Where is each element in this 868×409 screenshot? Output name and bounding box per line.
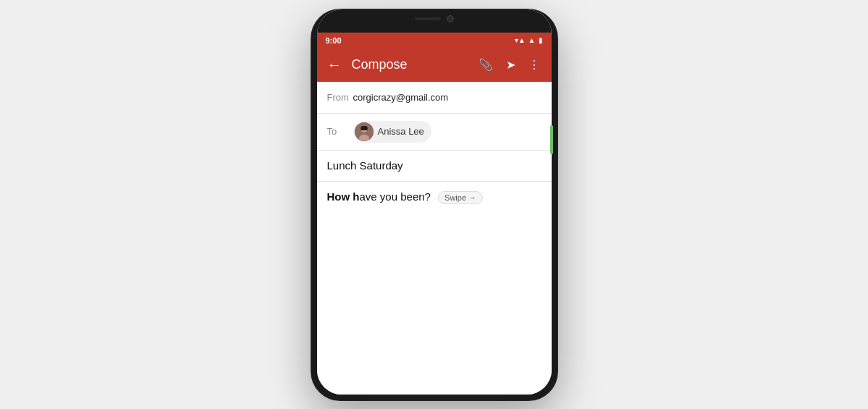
subject-row[interactable]: Lunch Saturday bbox=[317, 151, 552, 182]
scrollbar bbox=[550, 125, 553, 154]
compose-body: From corgicrazy@gmail.com To bbox=[317, 82, 552, 395]
recipient-chip[interactable]: Anissa Lee bbox=[353, 121, 431, 143]
avatar-image bbox=[355, 122, 374, 141]
camera-icon bbox=[447, 15, 454, 22]
attach-button[interactable]: 📎 bbox=[473, 54, 499, 76]
from-row: From corgicrazy@gmail.com bbox=[317, 82, 552, 114]
swipe-button[interactable]: Swipe → bbox=[438, 191, 483, 204]
wifi-icon: ▾▲ bbox=[515, 36, 526, 44]
body-bold: How h bbox=[327, 190, 360, 203]
phone-device: 9:00 ▾▲ ▲ ▮ ← Compose 📎 ➤ ⋮ bbox=[311, 9, 557, 400]
body-text: How have you been? Swipe → bbox=[327, 190, 484, 204]
svg-point-5 bbox=[361, 126, 367, 129]
toolbar-title: Compose bbox=[346, 57, 473, 72]
avatar bbox=[355, 122, 374, 141]
back-button[interactable]: ← bbox=[323, 52, 346, 77]
body-row[interactable]: How have you been? Swipe → bbox=[317, 182, 552, 395]
app-toolbar: ← Compose 📎 ➤ ⋮ bbox=[317, 49, 552, 82]
status-icons: ▾▲ ▲ ▮ bbox=[515, 36, 543, 44]
notch-cutout bbox=[391, 9, 478, 28]
status-time: 9:00 bbox=[326, 36, 515, 45]
more-button[interactable]: ⋮ bbox=[523, 54, 546, 76]
body-normal: ave you been? bbox=[360, 190, 431, 203]
from-label: From bbox=[327, 92, 353, 103]
toolbar-actions: 📎 ➤ ⋮ bbox=[473, 54, 546, 76]
to-label: To bbox=[327, 126, 353, 137]
recipient-name: Anissa Lee bbox=[378, 126, 424, 137]
battery-icon: ▮ bbox=[539, 36, 543, 44]
to-row: To bbox=[317, 114, 552, 151]
status-bar: 9:00 ▾▲ ▲ ▮ bbox=[317, 33, 552, 49]
subject-text: Lunch Saturday bbox=[327, 159, 403, 172]
phone-screen: 9:00 ▾▲ ▲ ▮ ← Compose 📎 ➤ ⋮ bbox=[317, 9, 552, 395]
phone-shell: 9:00 ▾▲ ▲ ▮ ← Compose 📎 ➤ ⋮ bbox=[311, 9, 557, 400]
signal-icon: ▲ bbox=[528, 36, 536, 44]
from-value[interactable]: corgicrazy@gmail.com bbox=[353, 92, 449, 103]
notch-bar bbox=[317, 9, 552, 33]
speaker-icon bbox=[415, 17, 441, 20]
send-button[interactable]: ➤ bbox=[500, 54, 521, 76]
